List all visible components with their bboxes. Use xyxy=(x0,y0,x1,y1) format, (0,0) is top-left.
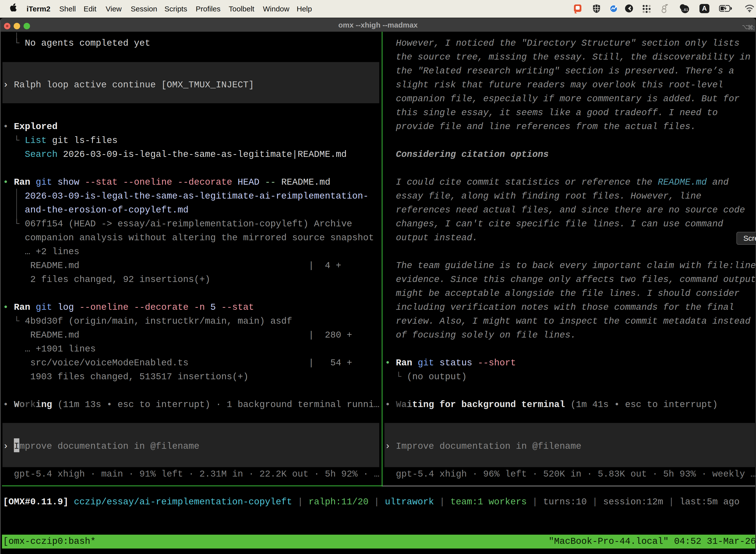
svg-text:1: 1 xyxy=(753,25,754,31)
svg-text:..61: ..61 xyxy=(682,7,688,12)
